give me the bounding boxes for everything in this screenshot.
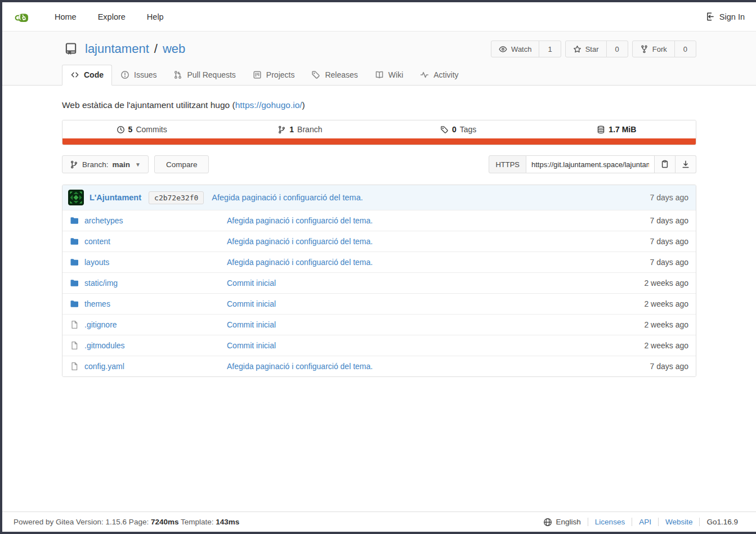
commit-sha-badge[interactable]: c2b72e32f0 [149, 191, 204, 204]
file-commit-link[interactable]: Commit inicial [227, 341, 276, 350]
file-time: 7 days ago [597, 258, 696, 267]
issue-icon [120, 70, 129, 79]
commits-stat[interactable]: 5 Commits [62, 120, 221, 138]
download-button[interactable] [676, 155, 696, 173]
file-name-link[interactable]: archetypes [84, 216, 123, 225]
file-table-body: archetypes Afegida paginació i configuar… [62, 210, 696, 376]
folder-icon [70, 216, 79, 225]
file-time: 7 days ago [597, 216, 696, 225]
file-table-row: archetypes Afegida paginació i configuar… [62, 210, 696, 231]
size-stat[interactable]: 1.7 MiB [538, 120, 696, 138]
file-time: 7 days ago [597, 362, 696, 371]
file-time: 2 weeks ago [597, 299, 696, 308]
folder-icon [70, 279, 79, 288]
file-time: 2 weeks ago [597, 279, 696, 288]
download-icon [681, 160, 690, 169]
tags-stat[interactable]: 0 Tags [379, 120, 538, 138]
latest-commit-time: 7 days ago [650, 193, 691, 202]
file-icon [70, 341, 79, 350]
repo-owner-link[interactable]: lajuntament [85, 42, 149, 56]
language-bar[interactable] [62, 138, 696, 145]
file-commit-link[interactable]: Commit inicial [227, 320, 276, 329]
activity-pulse-icon [420, 70, 429, 79]
file-time: 7 days ago [597, 237, 696, 246]
file-name-link[interactable]: themes [84, 299, 110, 308]
file-name-link[interactable]: layouts [84, 258, 109, 267]
file-commit-link[interactable]: Afegida paginació i configuarció del tem… [227, 237, 373, 246]
https-protocol-button[interactable]: HTTPS [489, 155, 526, 173]
file-name-link[interactable]: config.yaml [84, 362, 124, 371]
fork-count[interactable]: 0 [674, 41, 696, 57]
tab-wiki[interactable]: Wiki [366, 65, 411, 86]
repo-header: lajuntament / web Watch 1 [2, 32, 756, 86]
fork-button[interactable]: Fork 0 [632, 41, 696, 57]
branches-stat[interactable]: 1 Branch [221, 120, 379, 138]
author-avatar[interactable] [68, 190, 84, 205]
database-icon [597, 125, 605, 134]
sign-in-icon [705, 12, 714, 21]
nav-help[interactable]: Help [136, 7, 175, 27]
nav-home[interactable]: Home [44, 7, 87, 27]
repo-name-link[interactable]: web [163, 42, 185, 56]
file-table-row: content Afegida paginació i configuarció… [62, 231, 696, 252]
tab-code[interactable]: Code [62, 65, 112, 86]
branch-icon [278, 125, 286, 134]
star-count[interactable]: 0 [606, 41, 628, 57]
nav-explore[interactable]: Explore [87, 7, 136, 27]
history-clock-icon [117, 125, 125, 134]
page-time: 7240ms [151, 518, 179, 526]
repo-tabs: Code Issues Pull Requests Projects Relea… [62, 65, 696, 85]
clone-url-input[interactable] [526, 155, 655, 173]
repo-actions: Watch 1 Star 0 Fork [491, 41, 696, 57]
file-commit-link[interactable]: Commit inicial [227, 299, 276, 308]
tab-projects[interactable]: Projects [244, 65, 303, 86]
repo-title: lajuntament / web [85, 42, 185, 56]
go-version: Go1.16.9 [699, 518, 745, 526]
folder-icon [70, 258, 79, 267]
tab-pull-requests[interactable]: Pull Requests [165, 65, 244, 86]
globe-icon [543, 518, 552, 527]
file-icon [70, 320, 79, 329]
branch-dropdown-button[interactable]: Branch: main ▼ [62, 155, 149, 173]
pull-request-icon [173, 70, 182, 79]
wiki-book-icon [375, 70, 384, 79]
tab-releases[interactable]: Releases [303, 65, 366, 86]
file-time: 2 weeks ago [597, 341, 696, 350]
eye-icon [499, 45, 507, 53]
copy-url-button[interactable] [655, 155, 676, 173]
watch-button[interactable]: Watch 1 [491, 41, 561, 57]
file-name-link[interactable]: .gitmodules [84, 341, 125, 350]
gitea-logo-icon[interactable] [14, 8, 30, 25]
file-name-link[interactable]: content [84, 237, 110, 246]
repo-stats-bar: 5 Commits 1 Branch 0 Tags [62, 120, 696, 145]
file-commit-link[interactable]: Afegida paginació i configuarció del tem… [227, 258, 373, 267]
footer-website-link: Website [658, 518, 700, 526]
star-button[interactable]: Star 0 [565, 41, 628, 57]
file-table-row: static/img Commit inicial 2 weeks ago [62, 272, 696, 293]
latest-commit-message-link[interactable]: Afegida paginació i configuarció del tem… [212, 193, 363, 202]
file-commit-link[interactable]: Afegida paginació i configuarció del tem… [227, 362, 373, 371]
folder-icon [70, 299, 79, 308]
file-browser-table: L'Ajuntament c2b72e32f0 Afegida paginaci… [62, 185, 696, 377]
file-table-row: .gitmodules Commit inicial 2 weeks ago [62, 335, 696, 356]
current-branch-name: main [113, 160, 131, 169]
language-selector[interactable]: English [536, 518, 588, 527]
clone-url-group: HTTPS [489, 155, 696, 173]
folder-icon [70, 237, 79, 246]
file-commit-link[interactable]: Commit inicial [227, 279, 276, 288]
file-commit-link[interactable]: Afegida paginació i configuarció del tem… [227, 216, 373, 225]
file-name-link[interactable]: static/img [84, 279, 118, 288]
fork-icon [640, 45, 648, 53]
template-time: 143ms [216, 518, 239, 526]
compare-button[interactable]: Compare [154, 155, 209, 173]
file-table-row: layouts Afegida paginació i configuarció… [62, 252, 696, 272]
footer-version-info: Powered by Gitea Version: 1.15.6 Page: 7… [14, 518, 239, 526]
file-table-row: config.yaml Afegida paginació i configua… [62, 356, 696, 376]
commit-author-link[interactable]: L'Ajuntament [90, 193, 141, 202]
description-link[interactable]: https://gohugo.io/ [235, 100, 302, 110]
watch-count[interactable]: 1 [539, 41, 560, 57]
sign-in-button[interactable]: Sign In [705, 12, 745, 21]
tab-issues[interactable]: Issues [112, 65, 165, 86]
file-name-link[interactable]: .gitignore [84, 320, 117, 329]
tab-activity[interactable]: Activity [411, 65, 467, 86]
